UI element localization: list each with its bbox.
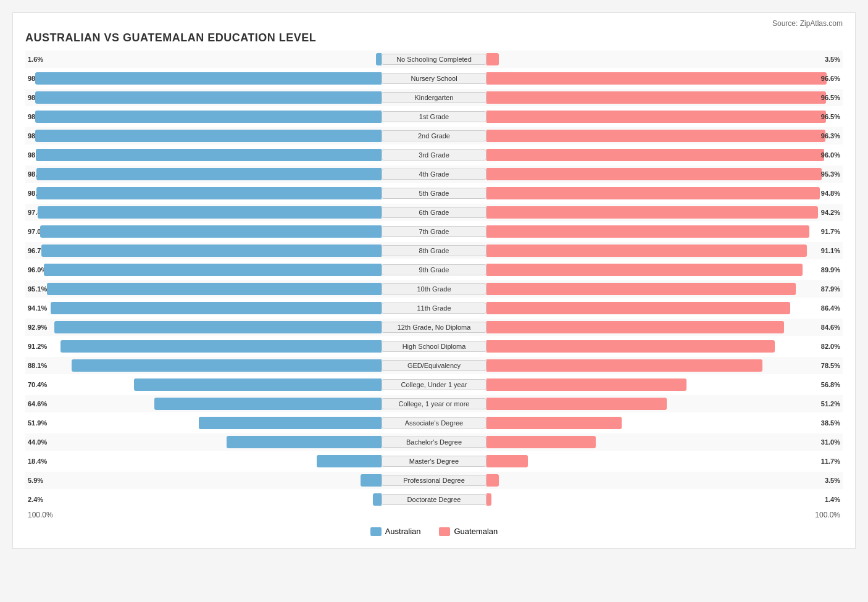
right-value: 3.5% bbox=[825, 477, 840, 484]
bar-row: 5.9% Professional Degree 3.5% bbox=[25, 472, 843, 489]
right-side: 91.7% bbox=[486, 223, 843, 240]
left-side: 98.4% bbox=[25, 127, 382, 144]
left-side: 97.0% bbox=[25, 223, 382, 240]
bar-row: 91.2% High School Diploma 82.0% bbox=[25, 338, 843, 355]
bar-blue bbox=[35, 91, 382, 104]
bar-row: 92.9% 12th Grade, No Diploma 84.6% bbox=[25, 319, 843, 336]
bar-row: 98.0% 5th Grade 94.8% bbox=[25, 185, 843, 202]
bar-blue bbox=[38, 206, 382, 219]
axis-row: 100.0% 100.0% bbox=[25, 511, 843, 519]
right-value: 96.0% bbox=[821, 151, 840, 159]
bar-row: 98.1% 4th Grade 95.3% bbox=[25, 165, 843, 183]
left-value: 95.1% bbox=[28, 285, 47, 293]
left-value: 94.1% bbox=[28, 304, 47, 312]
left-side: 98.5% bbox=[25, 70, 382, 87]
bar-pink bbox=[486, 398, 667, 410]
bar-row: 88.1% GED/Equivalency 78.5% bbox=[25, 357, 843, 374]
bar-blue bbox=[361, 474, 382, 487]
bar-row: 98.4% Kindergarten 96.5% bbox=[25, 89, 843, 106]
label-center: 7th Grade bbox=[382, 226, 486, 237]
bar-row: 98.5% Nursery School 96.6% bbox=[25, 70, 843, 87]
bar-blue bbox=[317, 455, 382, 467]
label-center: High School Diploma bbox=[382, 341, 486, 352]
bar-row: 98.4% 1st Grade 96.5% bbox=[25, 108, 843, 125]
left-side: 98.4% bbox=[25, 89, 382, 106]
bar-pink bbox=[486, 225, 809, 238]
bar-pink bbox=[486, 340, 775, 353]
bar-pink bbox=[486, 130, 825, 142]
label-center: Master's Degree bbox=[382, 456, 486, 467]
axis-left: 100.0% bbox=[25, 511, 386, 519]
bar-blue bbox=[47, 283, 382, 295]
right-side: 96.0% bbox=[486, 146, 843, 164]
label-center: Bachelor's Degree bbox=[382, 437, 486, 448]
right-side: 11.7% bbox=[486, 453, 843, 470]
label-center: 5th Grade bbox=[382, 188, 486, 199]
bar-pink bbox=[486, 417, 622, 429]
bar-row: 44.0% Bachelor's Degree 31.0% bbox=[25, 433, 843, 451]
label-center: 12th Grade, No Diploma bbox=[382, 322, 486, 333]
right-value: 11.7% bbox=[821, 458, 840, 465]
bar-pink bbox=[486, 168, 822, 180]
label-center: Associate's Degree bbox=[382, 417, 486, 429]
right-side: 56.8% bbox=[486, 376, 843, 393]
label-center: College, Under 1 year bbox=[382, 379, 486, 390]
chart-container: AUSTRALIAN VS GUATEMALAN EDUCATION LEVEL… bbox=[12, 12, 856, 549]
bar-pink bbox=[486, 111, 826, 123]
label-center: 8th Grade bbox=[382, 245, 486, 256]
left-side: 98.4% bbox=[25, 108, 382, 125]
left-value: 70.4% bbox=[28, 381, 47, 388]
bar-pink bbox=[486, 283, 796, 295]
bar-blue bbox=[36, 187, 382, 199]
left-side: 5.9% bbox=[25, 472, 382, 489]
bar-row: 51.9% Associate's Degree 38.5% bbox=[25, 414, 843, 432]
label-center: 6th Grade bbox=[382, 207, 486, 218]
right-value: 51.2% bbox=[821, 400, 840, 408]
left-value: 44.0% bbox=[28, 438, 47, 446]
left-side: 64.6% bbox=[25, 395, 382, 412]
right-axis-label: 100.0% bbox=[815, 511, 840, 519]
bar-blue bbox=[54, 321, 382, 333]
bar-pink bbox=[486, 455, 528, 467]
right-side: 3.5% bbox=[486, 472, 843, 489]
right-side: 51.2% bbox=[486, 395, 843, 412]
bar-pink bbox=[486, 378, 686, 391]
right-side: 96.3% bbox=[486, 127, 843, 144]
bar-pink bbox=[486, 206, 818, 219]
right-value: 84.6% bbox=[821, 324, 840, 331]
right-side: 31.0% bbox=[486, 433, 843, 451]
right-side: 91.1% bbox=[486, 242, 843, 259]
left-side: 51.9% bbox=[25, 414, 382, 432]
bar-pink bbox=[486, 359, 762, 372]
bar-row: 2.4% Doctorate Degree 1.4% bbox=[25, 491, 843, 508]
left-value: 1.6% bbox=[28, 56, 43, 63]
bar-pink bbox=[486, 72, 827, 85]
right-side: 96.5% bbox=[486, 108, 843, 125]
label-center: 9th Grade bbox=[382, 264, 486, 275]
left-axis-label: 100.0% bbox=[28, 511, 53, 519]
label-center: 4th Grade bbox=[382, 169, 486, 180]
bar-blue bbox=[154, 398, 382, 410]
bar-blue bbox=[51, 302, 382, 314]
bar-pink bbox=[486, 474, 499, 487]
bar-blue bbox=[376, 53, 382, 65]
bar-pink bbox=[486, 436, 596, 448]
bar-blue bbox=[36, 149, 382, 161]
right-value: 3.5% bbox=[825, 56, 840, 63]
right-value: 89.9% bbox=[821, 266, 840, 274]
label-center: No Schooling Completed bbox=[382, 54, 486, 65]
bar-blue bbox=[199, 417, 382, 429]
bar-pink bbox=[486, 187, 820, 199]
legend-item-guatemalan: Guatemalan bbox=[439, 527, 498, 536]
left-side: 94.1% bbox=[25, 299, 382, 317]
bar-blue bbox=[36, 168, 382, 180]
bar-row: 94.1% 11th Grade 86.4% bbox=[25, 299, 843, 317]
right-value: 96.5% bbox=[821, 94, 840, 101]
legend-box-guatemalan bbox=[439, 527, 450, 536]
right-side: 94.8% bbox=[486, 185, 843, 202]
left-side: 98.0% bbox=[25, 185, 382, 202]
bar-row: 96.7% 8th Grade 91.1% bbox=[25, 242, 843, 259]
right-side: 86.4% bbox=[486, 299, 843, 317]
legend-box-australian bbox=[370, 527, 382, 536]
bar-blue bbox=[40, 225, 382, 238]
